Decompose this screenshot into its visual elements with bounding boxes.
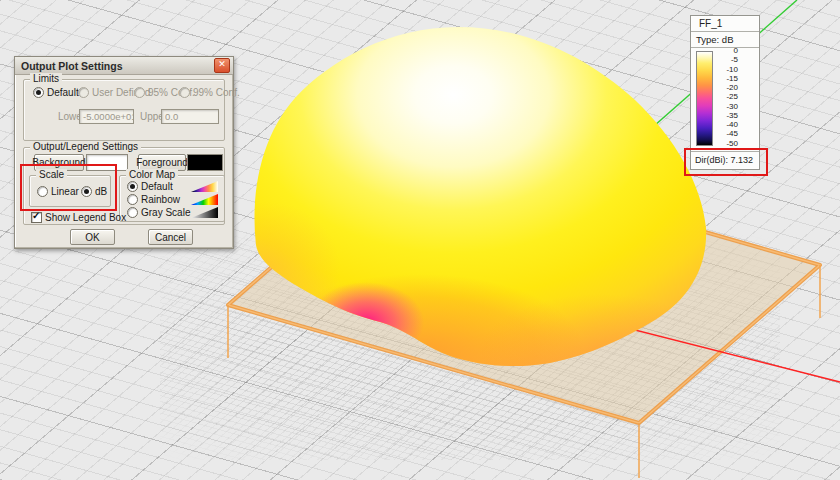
- radio-icon[interactable]: [127, 207, 138, 218]
- tick-label: -5: [713, 56, 738, 65]
- output-plot-settings-dialog[interactable]: Output Plot Settings ✕ Limits Default Us…: [14, 56, 234, 249]
- tick-label: -45: [713, 130, 738, 139]
- radio-scale-db[interactable]: dB: [81, 186, 107, 197]
- dialog-title: Output Plot Settings: [21, 60, 214, 72]
- ok-button[interactable]: OK: [70, 229, 115, 245]
- tick-label: -15: [713, 75, 738, 84]
- color-map-group-label: Color Map: [126, 169, 178, 180]
- limits-group-label: Limits: [30, 73, 62, 84]
- background-color-swatch[interactable]: [86, 154, 128, 171]
- tick-label: -25: [713, 93, 738, 102]
- radio-icon: [78, 87, 89, 98]
- radio-icon[interactable]: [127, 194, 138, 205]
- radio-colormap-rainbow[interactable]: Rainbow: [127, 194, 180, 205]
- foreground-color-swatch[interactable]: [187, 154, 223, 171]
- tick-label: -10: [713, 66, 738, 75]
- radio-limits-99-conf: 99% Conf.: [179, 87, 240, 98]
- radio-icon: [134, 87, 145, 98]
- close-icon[interactable]: ✕: [214, 58, 230, 73]
- legend-title: FF_1: [691, 16, 759, 32]
- tick-label: 0: [713, 47, 738, 56]
- radio-icon[interactable]: [37, 186, 48, 197]
- radio-icon: [179, 87, 190, 98]
- radio-colormap-default[interactable]: Default: [127, 181, 173, 192]
- legend-directivity-value: Dir(dBi): 7.132: [691, 151, 759, 169]
- output-legend-group-label: Output/Legend Settings: [30, 141, 141, 152]
- farfield-legend-box[interactable]: FF_1 Type: dB 0 -5 -10 -15 -20 -25 -30 -…: [690, 15, 760, 170]
- scale-group-label: Scale: [36, 169, 67, 180]
- upper-field: 0.0: [161, 109, 219, 124]
- radio-icon[interactable]: [33, 87, 44, 98]
- viewport-3d[interactable]: Output Plot Settings ✕ Limits Default Us…: [0, 0, 840, 480]
- tick-label: -40: [713, 121, 738, 130]
- tick-label: -20: [713, 84, 738, 93]
- checkbox-icon[interactable]: [31, 212, 42, 223]
- radio-icon[interactable]: [81, 186, 92, 197]
- lower-field: -5.0000e+01: [79, 109, 134, 124]
- tick-label: -30: [713, 103, 738, 112]
- legend-ticks: 0 -5 -10 -15 -20 -25 -30 -35 -40 -45 -50: [713, 47, 738, 148]
- cancel-button[interactable]: Cancel: [148, 229, 193, 245]
- radio-scale-linear[interactable]: Linear: [37, 186, 79, 197]
- radio-colormap-grayscale[interactable]: Gray Scale: [127, 207, 190, 218]
- radio-limits-default[interactable]: Default: [33, 87, 79, 98]
- legend-colorbar: [696, 51, 713, 146]
- tick-label: -35: [713, 112, 738, 121]
- radio-icon[interactable]: [127, 181, 138, 192]
- legend-type: Type: dB: [691, 32, 759, 48]
- tick-label: -50: [713, 140, 738, 149]
- show-legend-box-checkbox[interactable]: Show Legend Box: [31, 212, 126, 223]
